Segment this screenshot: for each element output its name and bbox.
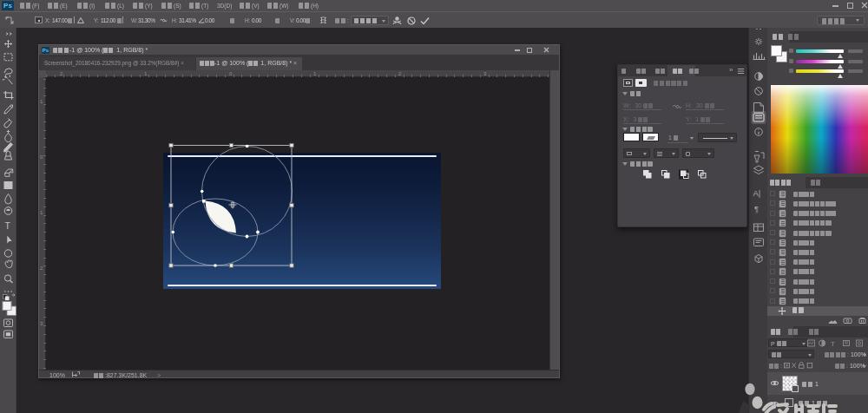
svg-text:A|: A|	[753, 188, 761, 198]
svg-text:T: T	[831, 340, 835, 347]
svg-text:¶: ¶	[754, 205, 759, 213]
svg-text:T: T	[5, 220, 11, 231]
